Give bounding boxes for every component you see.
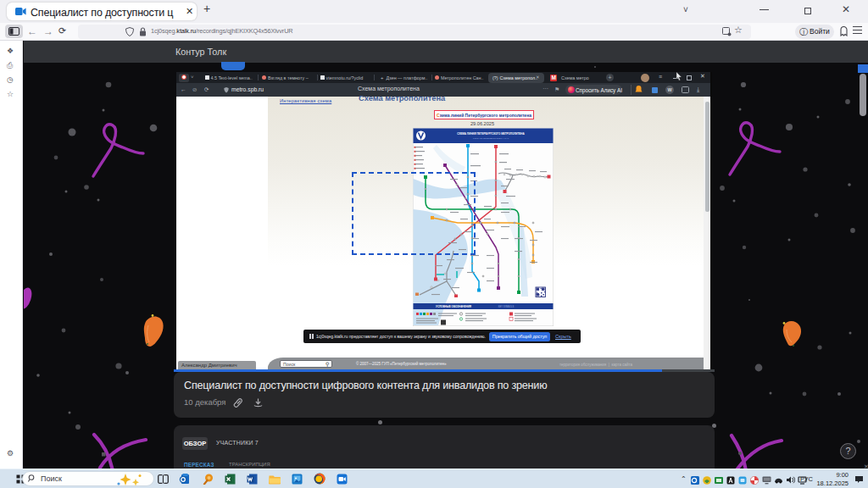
svg-text:THE SAINT PETERSBURG SUBWAY MA: THE SAINT PETERSBURG SUBWAY MAP [473,137,509,139]
svg-text:СХЕМА ЛИНИЙ ПЕТЕРБУРГСКОГО МЕТ: СХЕМА ЛИНИЙ ПЕТЕРБУРГСКОГО МЕТРОПОЛИТЕНА [457,132,525,136]
svg-text:KEY SYMBOLS: KEY SYMBOLS [498,305,515,308]
svg-text:УСЛОВНЫЕ ОБОЗНАЧЕНИЯ: УСЛОВНЫЕ ОБОЗНАЧЕНИЯ [436,305,471,308]
